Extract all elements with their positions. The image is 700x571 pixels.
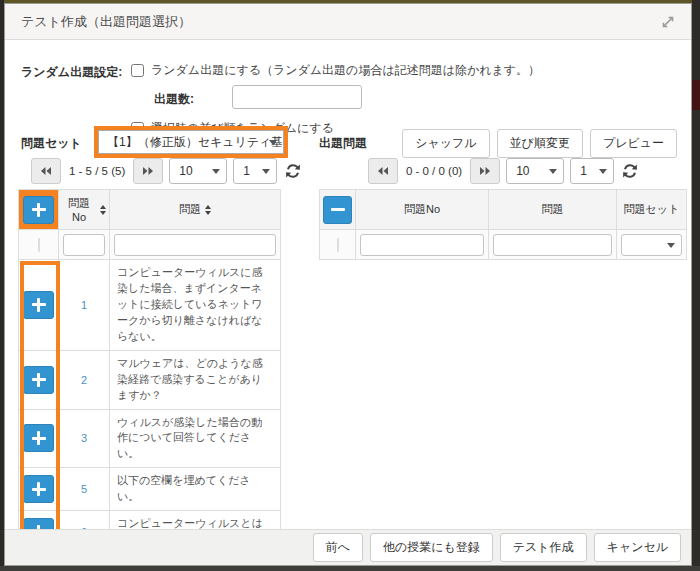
random-question-checkbox-row: ランダム出題にする（ランダム出題の場合は記述問題は除かれます。） bbox=[131, 62, 540, 79]
plus-icon bbox=[32, 525, 46, 529]
column-header-question[interactable]: 問題 bbox=[110, 190, 281, 230]
question-no[interactable]: 5 bbox=[59, 468, 110, 511]
question-set-select[interactable]: 【1】（修正版）セキュリティ基礎知識 bbox=[98, 130, 284, 154]
pager-range-text: 0 - 0 / 0 (0) bbox=[404, 165, 464, 177]
selected-questions-table: 問題No 問題 問題セット bbox=[319, 189, 687, 260]
question-text: マルウェアは、どのような感染経路で感染することがありますか？ bbox=[110, 350, 281, 409]
random-question-checkbox[interactable] bbox=[131, 64, 144, 77]
remove-all-button[interactable] bbox=[323, 196, 352, 224]
page-number-value: 1 bbox=[580, 164, 587, 178]
dialog-titlebar: テスト作成（出題問題選択） bbox=[5, 4, 691, 40]
page-number-select[interactable]: 1 bbox=[570, 158, 614, 184]
question-no[interactable]: 1 bbox=[59, 260, 110, 351]
column-header-question-no[interactable]: 問題No bbox=[59, 190, 110, 230]
pager-range-text: 1 - 5 / 5 (5) bbox=[67, 165, 127, 177]
plus-icon bbox=[32, 482, 46, 496]
refresh-icon[interactable] bbox=[622, 163, 638, 179]
question-no[interactable]: 2 bbox=[59, 350, 110, 409]
chevron-down-icon bbox=[667, 243, 675, 248]
test-creation-dialog: テスト作成（出題問題選択） ランダム出題設定: ランダム出題にする（ランダム出題… bbox=[4, 3, 692, 566]
filter-question-no-input[interactable] bbox=[360, 234, 484, 256]
chevron-down-icon bbox=[262, 169, 270, 174]
dialog-title: テスト作成（出題問題選択） bbox=[21, 13, 191, 31]
question-set-label: 問題セット bbox=[21, 135, 82, 152]
preview-button[interactable]: プレビュー bbox=[590, 129, 677, 158]
next-page-button[interactable] bbox=[133, 158, 163, 184]
register-other-classes-button[interactable]: 他の授業にも登録 bbox=[370, 533, 493, 562]
page-size-value: 10 bbox=[516, 164, 529, 178]
question-text: コンピューターウィルスとは何か簡潔に述べてください。 bbox=[110, 511, 281, 529]
add-question-button[interactable] bbox=[23, 518, 54, 529]
sort-icon bbox=[205, 205, 211, 215]
filter-disabled-button bbox=[337, 238, 339, 252]
remove-all-cell bbox=[320, 190, 356, 230]
refresh-icon[interactable] bbox=[285, 163, 301, 179]
page-number-select[interactable]: 1 bbox=[233, 158, 277, 184]
dialog-footer: 前へ 他の授業にも登録 テスト作成 キャンセル bbox=[5, 529, 691, 565]
question-set-selected-value: 【1】（修正版）セキュリティ基礎知識 bbox=[107, 134, 284, 151]
prev-page-button[interactable] bbox=[368, 158, 398, 184]
expand-icon[interactable] bbox=[659, 13, 677, 31]
previous-button[interactable]: 前へ bbox=[313, 533, 363, 562]
filter-question-no-input[interactable] bbox=[63, 234, 105, 256]
reorder-button[interactable]: 並び順変更 bbox=[497, 129, 583, 158]
filter-question-input[interactable] bbox=[114, 234, 276, 256]
question-text: コンピューターウィルスに感染した場合、まずインターネットに接続しているネットワー… bbox=[110, 260, 281, 351]
page-size-value: 10 bbox=[179, 164, 192, 178]
selected-questions-label: 出題問題 bbox=[319, 135, 367, 152]
add-question-button[interactable] bbox=[23, 366, 54, 394]
add-question-button[interactable] bbox=[23, 291, 54, 319]
question-list-pager: 1 - 5 / 5 (5) 10 1 bbox=[31, 158, 301, 184]
question-action-buttons: シャッフル 並び順変更 プレビュー bbox=[402, 129, 677, 158]
table-row: 6 コンピューターウィルスとは何か簡潔に述べてください。 bbox=[19, 511, 281, 529]
create-test-button[interactable]: テスト作成 bbox=[500, 533, 587, 562]
random-settings-label: ランダム出題設定: bbox=[21, 64, 122, 81]
plus-icon bbox=[32, 203, 46, 217]
question-text: 以下の空欄を埋めてください。 bbox=[110, 468, 281, 511]
background-edge-accent bbox=[692, 80, 700, 110]
filter-disabled-button bbox=[38, 238, 40, 252]
background-edge-bottom bbox=[0, 566, 700, 571]
shuffle-button[interactable]: シャッフル bbox=[402, 129, 489, 158]
question-no[interactable]: 3 bbox=[59, 409, 110, 468]
page-size-select[interactable]: 10 bbox=[506, 158, 564, 184]
chevron-down-icon bbox=[212, 169, 220, 174]
add-question-button[interactable] bbox=[23, 424, 54, 452]
cancel-button[interactable]: キャンセル bbox=[594, 533, 681, 562]
column-header-question[interactable]: 問題 bbox=[489, 190, 617, 230]
dialog-body: ランダム出題設定: ランダム出題にする（ランダム出題の場合は記述問題は除かれます… bbox=[5, 40, 691, 529]
filter-question-input[interactable] bbox=[493, 234, 612, 256]
table-row: 2 マルウェアは、どのような感染経路で感染することがありますか？ bbox=[19, 350, 281, 409]
page-size-select[interactable]: 10 bbox=[169, 158, 227, 184]
page-background: テスト作成（出題問題選択） ランダム出題設定: ランダム出題にする（ランダム出題… bbox=[0, 0, 700, 571]
chevron-down-icon bbox=[269, 140, 277, 145]
table-row: 5 以下の空欄を埋めてください。 bbox=[19, 468, 281, 511]
table-row: 3 ウィルスが感染した場合の動作について回答してください。 bbox=[19, 409, 281, 468]
sort-icon bbox=[100, 205, 106, 215]
question-count-label: 出題数: bbox=[154, 91, 194, 108]
minus-icon bbox=[331, 203, 345, 217]
plus-icon bbox=[32, 298, 46, 312]
chevron-down-icon bbox=[549, 169, 557, 174]
question-text: ウィルスが感染した場合の動作について回答してください。 bbox=[110, 409, 281, 468]
question-count-input[interactable] bbox=[232, 85, 362, 109]
question-no[interactable]: 6 bbox=[59, 511, 110, 529]
plus-icon bbox=[32, 373, 46, 387]
page-number-value: 1 bbox=[243, 164, 250, 178]
add-question-button[interactable] bbox=[23, 475, 54, 503]
next-page-button[interactable] bbox=[470, 158, 500, 184]
available-questions-table: 問題No 問題 bbox=[18, 189, 281, 529]
add-all-highlight bbox=[19, 190, 59, 230]
selected-list-pager: 0 - 0 / 0 (0) 10 1 bbox=[319, 158, 687, 184]
question-set-highlight: 【1】（修正版）セキュリティ基礎知識 bbox=[94, 126, 288, 158]
add-all-button[interactable] bbox=[23, 196, 54, 224]
table-row: 1 コンピューターウィルスに感染した場合、まずインターネットに接続しているネット… bbox=[19, 260, 281, 351]
random-question-checkbox-label: ランダム出題にする（ランダム出題の場合は記述問題は除かれます。） bbox=[151, 62, 540, 79]
column-header-question-no[interactable]: 問題No bbox=[356, 190, 489, 230]
chevron-down-icon bbox=[599, 169, 607, 174]
filter-question-set-select[interactable] bbox=[621, 234, 682, 256]
plus-icon bbox=[32, 431, 46, 445]
column-header-question-set[interactable]: 問題セット bbox=[617, 190, 687, 230]
prev-page-button[interactable] bbox=[31, 158, 61, 184]
